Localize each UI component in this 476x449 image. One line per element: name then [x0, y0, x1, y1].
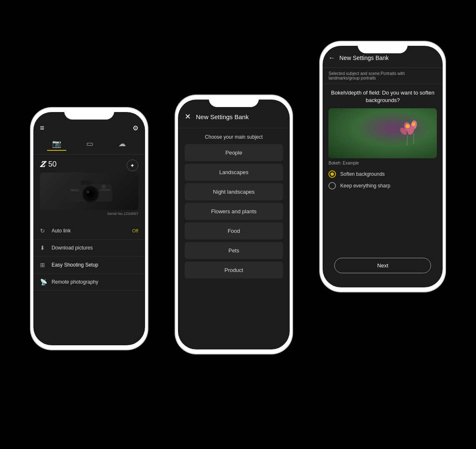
- svg-rect-1: [66, 182, 83, 187]
- remote-icon: 📡: [40, 279, 48, 285]
- subject-people[interactable]: People: [185, 144, 283, 161]
- nav-device[interactable]: ▭: [81, 137, 98, 151]
- nav-cloud[interactable]: ☁: [113, 137, 131, 151]
- phone-2-notch: [209, 95, 259, 107]
- gear-icon[interactable]: ⚙: [133, 124, 138, 132]
- phone-3-notch: [358, 42, 408, 53]
- subject-food[interactable]: Food: [185, 222, 283, 239]
- camera-z-logo: 𝒁: [40, 160, 45, 169]
- subject-list: People Landscapes Night landscapes Flowe…: [178, 144, 290, 279]
- auto-link-item[interactable]: ↻ Auto link Off: [33, 222, 145, 239]
- phone-1: ≡ ⚙ 📷 ▭ ☁ 𝒁 50 ✦: [31, 108, 148, 349]
- bokeh-example-image: [328, 108, 437, 158]
- subject-flowers[interactable]: Flowers and plants: [185, 203, 283, 220]
- option-soften[interactable]: Soften backgrounds: [328, 170, 437, 178]
- remote-label: Remote photography: [52, 279, 98, 285]
- bokeh-question: Bokeh/depth of field: Do you want to sof…: [323, 84, 443, 108]
- subject-landscapes[interactable]: Landscapes: [185, 164, 283, 181]
- soften-label: Soften backgrounds: [340, 171, 385, 177]
- phone-1-notch: [64, 108, 114, 120]
- download-pictures-item[interactable]: ⬇ Download pictures: [33, 239, 145, 257]
- camera-model: 50: [48, 160, 57, 169]
- svg-point-7: [87, 191, 89, 193]
- shooting-label: Easy Shooting Setup: [52, 262, 98, 268]
- remote-photo-item[interactable]: 📡 Remote photography: [33, 274, 145, 291]
- radio-soften[interactable]: [328, 170, 336, 178]
- close-icon[interactable]: ✕: [185, 112, 191, 121]
- sharp-label: Keep everything sharp: [340, 183, 390, 189]
- selected-info: Selected subject and scene:Portraits wit…: [323, 68, 443, 84]
- download-label: Download pictures: [52, 245, 93, 251]
- p2-subtitle: Choose your main subject: [178, 128, 290, 144]
- svg-point-15: [406, 124, 410, 128]
- auto-link-icon: ↻: [40, 227, 48, 234]
- next-button[interactable]: Next: [334, 258, 431, 273]
- bluetooth-icon[interactable]: ✦: [127, 160, 138, 171]
- svg-line-18: [413, 133, 414, 144]
- auto-link-badge: Off: [132, 228, 138, 233]
- download-icon: ⬇: [40, 244, 48, 251]
- bokeh-options: Soften backgrounds Keep everything sharp: [323, 168, 443, 192]
- svg-point-16: [412, 122, 415, 126]
- easy-shooting-item[interactable]: ⊞ Easy Shooting Setup: [33, 257, 145, 274]
- nav-camera[interactable]: 📷: [47, 137, 66, 151]
- phone-2: ✕ New Settings Bank Choose your main sub…: [175, 95, 292, 354]
- option-sharp[interactable]: Keep everything sharp: [328, 182, 437, 190]
- p3-title: New Settings Bank: [339, 55, 388, 61]
- svg-line-17: [407, 135, 408, 146]
- auto-link-label: Auto link: [52, 228, 71, 234]
- back-icon[interactable]: ←: [328, 54, 335, 62]
- p2-title: New Settings Bank: [196, 113, 249, 120]
- camera-image: Nikon: [40, 172, 138, 210]
- svg-point-9: [102, 185, 106, 189]
- phone-3: ← New Settings Bank Selected subject and…: [320, 42, 445, 292]
- svg-rect-10: [100, 189, 110, 191]
- svg-text:Nikon: Nikon: [70, 188, 79, 192]
- radio-sharp[interactable]: [328, 182, 336, 190]
- shooting-icon: ⊞: [40, 262, 48, 268]
- menu-icon[interactable]: ≡: [40, 124, 45, 132]
- subject-product[interactable]: Product: [185, 262, 283, 279]
- main-menu-list: ↻ Auto link Off ⬇ Download pictures ⊞ Ea…: [33, 222, 145, 291]
- serial-number: Serial No.1234567: [40, 212, 138, 216]
- example-label: Bokeh: Example: [323, 158, 443, 168]
- subject-pets[interactable]: Pets: [185, 242, 283, 259]
- svg-rect-2: [81, 181, 91, 185]
- subject-night-landscapes[interactable]: Night landscapes: [185, 183, 283, 200]
